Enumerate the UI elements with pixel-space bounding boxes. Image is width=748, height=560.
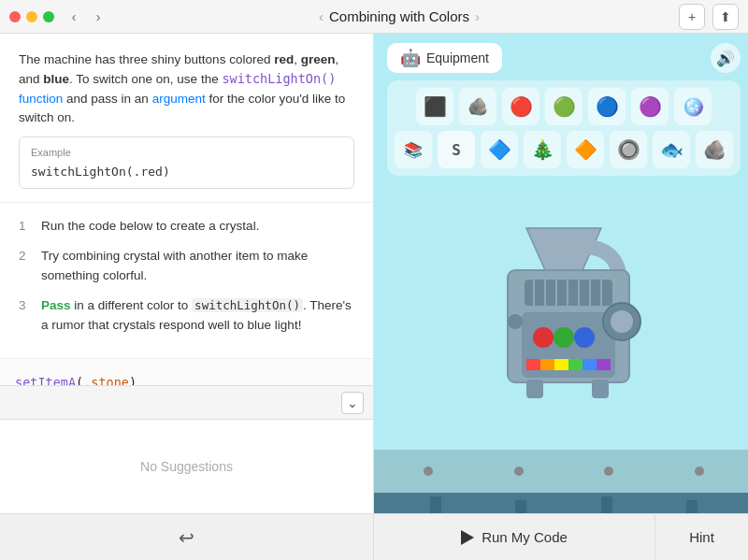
undo-button[interactable]: ↩	[164, 514, 210, 560]
inv-item-gray[interactable]: 🔘	[610, 131, 647, 168]
inv-item-red[interactable]: 🔴	[502, 88, 539, 125]
step-3-num: 3	[19, 295, 32, 336]
fullscreen-button[interactable]	[43, 11, 54, 22]
code-line-1: setItemA(.stone)	[15, 372, 358, 386]
inventory-row-2: 📚 S 🔷 🎄 🔶 🔘 🐟 🪨	[395, 131, 733, 168]
svg-rect-7	[568, 359, 583, 370]
step-3-text: Pass in a different color to switchLight…	[41, 295, 354, 336]
instructions-section: The machine has three shiny buttons colo…	[0, 34, 373, 203]
inv-item-purple[interactable]: 🟣	[631, 88, 669, 125]
inv-item-gray-cube[interactable]: 🪨	[459, 88, 496, 125]
svg-rect-6	[554, 359, 568, 370]
inv-item-layers[interactable]: 📚	[395, 131, 432, 168]
bottom-toolbar: ↩ Run My Code Hint	[0, 513, 748, 560]
suggestions-toggle-button[interactable]: ⌄	[341, 392, 364, 414]
example-code: switchLightOn(.red)	[31, 163, 342, 181]
chapter-title: Combining with Colors	[329, 8, 469, 24]
svg-point-11	[554, 327, 574, 348]
svg-rect-8	[583, 359, 597, 370]
svg-point-25	[508, 314, 523, 329]
bottom-left-section: ↩	[0, 514, 374, 560]
sound-button[interactable]: 🔊	[711, 43, 741, 73]
machine-illustration	[470, 219, 657, 415]
progress-dot-2	[514, 467, 524, 476]
svg-point-24	[611, 310, 633, 333]
svg-rect-4	[526, 359, 540, 370]
suggestions-panel: No Suggestions	[0, 420, 373, 513]
run-button[interactable]: Run My Code	[374, 514, 654, 560]
tower-1	[430, 496, 441, 513]
inv-item-diamond[interactable]: 🔷	[481, 131, 518, 168]
prev-chapter-icon: ‹	[319, 8, 324, 24]
inventory-grid: ⬛ 🪨 🔴 🟢 🔵 🟣 🪩 📚 S 🔷 🎄 🔶 🔘 🐟 🪨	[387, 80, 741, 176]
code-editor[interactable]: setItemA(.stone) setItemB(.stone) switch…	[0, 359, 373, 386]
svg-rect-22	[592, 380, 609, 398]
equipment-header: 🤖 Equipment 🔊	[374, 34, 748, 80]
inv-item-tree[interactable]: 🎄	[524, 131, 561, 168]
svg-point-12	[574, 327, 595, 348]
titlebar-title: ‹ Combining with Colors ›	[120, 8, 679, 24]
equipment-icon: 🤖	[400, 48, 421, 68]
example-label: Example	[31, 145, 342, 161]
inv-item-fish[interactable]: 🐟	[653, 131, 690, 168]
run-label: Run My Code	[482, 529, 568, 545]
steps-section: 1 Run the code below to create a crystal…	[0, 203, 373, 359]
suggestions-bar: ⌄	[0, 386, 373, 420]
inv-item-crystal[interactable]: 🪩	[674, 88, 712, 125]
minimize-button[interactable]	[26, 11, 37, 22]
progress-dot-1	[424, 467, 433, 476]
instruction-text: The machine has three shiny buttons colo…	[19, 52, 345, 124]
inv-item-black-cube[interactable]: ⬛	[416, 88, 453, 125]
step-2: 2 Try combining crystal with another ite…	[19, 246, 354, 286]
share-button[interactable]: ⬆	[712, 4, 739, 30]
titlebar: ‹ › ‹ Combining with Colors › + ⬆	[0, 0, 748, 34]
svg-rect-9	[597, 359, 611, 370]
navigation-buttons: ‹ ›	[64, 7, 108, 27]
bottom-right-section: Run My Code Hint	[374, 514, 748, 560]
step-1: 1 Run the code below to create a crystal…	[19, 216, 354, 237]
inv-item-blue[interactable]: 🔵	[588, 88, 626, 125]
green-label: green	[301, 52, 336, 66]
step-3-code: switchLightOn()	[192, 298, 303, 312]
forward-button[interactable]: ›	[88, 7, 108, 27]
inv-item-orange[interactable]: 🔶	[567, 131, 604, 168]
pass-keyword: Pass	[41, 298, 71, 312]
close-button[interactable]	[9, 11, 21, 22]
function-link[interactable]: function	[19, 92, 63, 106]
step-1-text: Run the code below to create a crystal.	[41, 216, 259, 237]
main-content: The machine has three shiny buttons colo…	[0, 34, 748, 513]
svg-rect-5	[540, 359, 554, 370]
add-button[interactable]: +	[679, 4, 705, 30]
tower-2	[515, 500, 526, 513]
right-panel: 🤖 Equipment 🔊 ⬛ 🪨 🔴 🟢 🔵 🟣 🪩 📚 S 🔷 🎄 🔶	[374, 34, 748, 513]
example-box: Example switchLightOn(.red)	[19, 136, 354, 189]
svg-point-10	[533, 327, 554, 348]
traffic-lights	[9, 11, 54, 22]
inv-item-stone[interactable]: 🪨	[696, 131, 733, 168]
back-button[interactable]: ‹	[64, 7, 84, 27]
inventory-row-1: ⬛ 🪨 🔴 🟢 🔵 🟣 🪩	[395, 88, 733, 125]
red-label: red	[274, 52, 294, 66]
play-icon	[461, 530, 474, 545]
step-2-text: Try combining crystal with another item …	[41, 246, 354, 286]
equipment-label: Equipment	[426, 50, 489, 65]
tower-bar	[374, 493, 748, 513]
left-panel: The machine has three shiny buttons colo…	[0, 34, 374, 513]
inv-item-green[interactable]: 🟢	[545, 88, 583, 125]
hint-button[interactable]: Hint	[654, 514, 748, 560]
blue-label: blue	[43, 72, 69, 86]
func-name: switchLightOn()	[222, 71, 336, 86]
machine-area	[374, 183, 748, 450]
step-1-num: 1	[19, 216, 32, 237]
next-chapter-icon: ›	[475, 8, 480, 24]
svg-rect-21	[526, 380, 543, 398]
tower-4	[686, 500, 698, 513]
progress-dot-4	[695, 467, 704, 476]
step-3: 3 Pass in a different color to switchLig…	[19, 295, 354, 336]
argument-link[interactable]: argument	[152, 92, 206, 106]
progress-dot-3	[604, 467, 613, 476]
equipment-tab[interactable]: 🤖 Equipment	[387, 43, 502, 73]
step-2-num: 2	[19, 246, 32, 286]
inv-item-s[interactable]: S	[438, 131, 475, 168]
tower-3	[601, 496, 612, 513]
